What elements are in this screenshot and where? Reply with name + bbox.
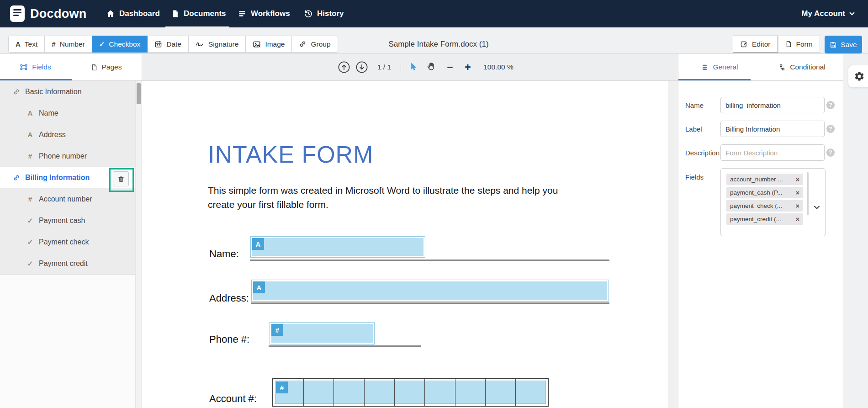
doc-heading: INTAKE FORM xyxy=(208,141,373,168)
tab-general[interactable]: General xyxy=(678,54,761,80)
multiselect-chevron[interactable] xyxy=(813,204,820,211)
sidebar-item-phone-number[interactable]: # Phone number xyxy=(0,145,135,167)
phone-field-box[interactable]: # xyxy=(270,322,375,344)
image-icon xyxy=(253,40,261,48)
name-underline xyxy=(250,260,609,261)
page-icon xyxy=(91,64,98,71)
trash-icon xyxy=(117,175,125,183)
settings-button[interactable] xyxy=(848,65,868,88)
tab-fields[interactable]: Fields xyxy=(0,54,71,80)
check-icon: ✓ xyxy=(26,217,35,225)
signature-icon xyxy=(196,40,204,48)
group-field-button[interactable]: Group xyxy=(292,36,338,53)
number-field-button[interactable]: # Number xyxy=(45,36,92,53)
select-tool-button[interactable] xyxy=(409,62,418,72)
tab-pages[interactable]: Pages xyxy=(71,54,142,80)
number-icon: # xyxy=(26,152,35,160)
tab-conditional[interactable]: Conditional xyxy=(761,54,843,80)
date-field-button[interactable]: Date xyxy=(148,36,189,53)
name-field-box[interactable]: A xyxy=(250,236,425,258)
sidebar-item-name[interactable]: A Name xyxy=(0,102,135,124)
zoom-in-button[interactable]: + xyxy=(462,54,473,80)
sidebar-item-payment-cash[interactable]: ✓ Payment cash xyxy=(0,210,135,232)
page-up-button[interactable] xyxy=(338,61,350,73)
field-tag: payment_check (... × xyxy=(726,200,803,212)
help-icon[interactable]: ? xyxy=(826,148,835,157)
view-switch: Editor Form xyxy=(733,36,820,53)
text-icon: A xyxy=(16,40,21,48)
branch-icon xyxy=(778,64,786,71)
page-down-button[interactable] xyxy=(356,61,368,73)
toolbar-border xyxy=(0,53,868,54)
workflows-icon xyxy=(238,9,247,18)
sidebar-scrollbar[interactable] xyxy=(135,81,142,408)
checkbox-field-button[interactable]: ✓ Checkbox xyxy=(92,36,148,53)
file-icon xyxy=(785,40,792,48)
multiselect-scrollbar-thumb[interactable] xyxy=(807,172,809,215)
doc-intro: This simple form was created in Microsof… xyxy=(208,183,558,212)
field-tag: payment_credit (... × xyxy=(726,213,803,225)
zoom-level: 100.00 % xyxy=(480,54,517,80)
tag-remove-button[interactable]: × xyxy=(796,216,799,223)
name-row-label: Name xyxy=(685,101,704,109)
nav-item-history[interactable]: History xyxy=(304,0,344,27)
name-input[interactable] xyxy=(720,97,825,113)
sidebar-item-address[interactable]: A Address xyxy=(0,124,135,146)
help-icon[interactable]: ? xyxy=(826,125,835,133)
nav-item-documents[interactable]: Documents xyxy=(171,0,226,27)
help-icon[interactable]: ? xyxy=(826,101,835,109)
label-input[interactable] xyxy=(720,121,825,137)
document-scroll-gutter[interactable] xyxy=(668,81,678,408)
sidebar-item-basic-information[interactable]: Basic Information xyxy=(0,81,135,103)
account-menu[interactable]: My Account xyxy=(801,0,855,27)
history-icon xyxy=(304,9,313,18)
hand-icon xyxy=(426,62,436,72)
field-type-toolbar: A Text # Number ✓ Checkbox Date Signatur… xyxy=(8,36,338,53)
tag-remove-button[interactable]: × xyxy=(796,202,799,210)
phone-underline xyxy=(269,345,421,347)
home-icon xyxy=(106,9,115,18)
pencil-square-icon xyxy=(740,40,748,48)
link-icon xyxy=(12,88,21,95)
zoom-out-button[interactable]: − xyxy=(445,54,455,80)
tag-remove-button[interactable]: × xyxy=(796,176,799,183)
number-field-tag: # xyxy=(271,324,283,336)
right-gutter xyxy=(843,54,868,408)
doc-phone-label: Phone #: xyxy=(209,334,249,345)
editor-button[interactable]: Editor xyxy=(733,36,778,53)
document-icon xyxy=(171,9,180,18)
sidebar-scrollbar-thumb[interactable] xyxy=(137,83,141,104)
image-field-button[interactable]: Image xyxy=(246,36,292,53)
field-tag: payment_cash (P... × xyxy=(726,187,803,198)
signature-field-button[interactable]: Signature xyxy=(189,36,246,53)
description-input[interactable] xyxy=(720,144,825,161)
save-button[interactable]: Save xyxy=(825,36,862,53)
account-field-box[interactable]: # xyxy=(272,378,549,407)
check-icon: ✓ xyxy=(26,260,35,268)
docdown-logo-icon xyxy=(10,5,25,22)
pan-tool-button[interactable] xyxy=(426,62,436,72)
address-underline xyxy=(251,302,609,304)
chevron-down-icon xyxy=(849,11,855,17)
doc-address-label: Address: xyxy=(209,292,249,304)
nav-item-dashboard[interactable]: Dashboard xyxy=(106,0,160,27)
sidebar-item-payment-credit[interactable]: ✓ Payment credit xyxy=(0,253,135,275)
brand-logo[interactable]: Docdown xyxy=(10,0,87,27)
check-icon: ✓ xyxy=(99,40,105,48)
gear-icon xyxy=(854,71,865,82)
form-button[interactable]: Form xyxy=(778,36,820,53)
text-field-tag: A xyxy=(253,281,265,293)
check-icon: ✓ xyxy=(26,238,35,246)
link-icon xyxy=(299,40,307,48)
sidebar-item-payment-check[interactable]: ✓ Payment check xyxy=(0,231,135,253)
page-indicator: 1 / 1 xyxy=(373,54,396,80)
text-field-button[interactable]: A Text xyxy=(8,36,45,53)
tag-remove-button[interactable]: × xyxy=(796,189,799,196)
nav-item-workflows[interactable]: Workflows xyxy=(238,0,290,27)
delete-field-button[interactable] xyxy=(113,171,129,186)
account-field-fill xyxy=(275,381,546,404)
address-field-box[interactable]: A xyxy=(251,280,609,302)
number-field-tag: # xyxy=(276,382,288,393)
brand-name: Docdown xyxy=(30,7,87,21)
link-icon xyxy=(12,174,21,181)
